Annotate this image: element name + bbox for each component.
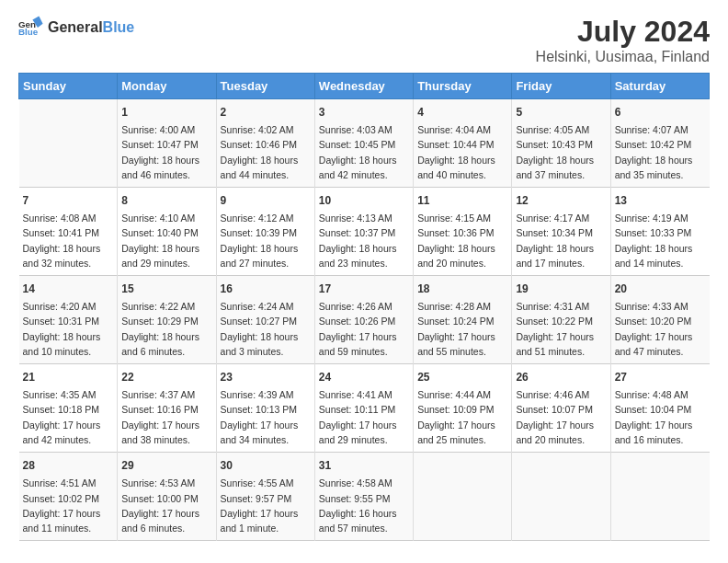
calendar-cell: 10Sunrise: 4:13 AM Sunset: 10:37 PM Dayl… bbox=[314, 188, 413, 276]
calendar-cell: 15Sunrise: 4:22 AM Sunset: 10:29 PM Dayl… bbox=[118, 276, 216, 364]
logo-general-text: General bbox=[48, 19, 103, 35]
day-number: 11 bbox=[417, 192, 507, 209]
day-info: Sunrise: 4:19 AM Sunset: 10:33 PM Daylig… bbox=[615, 211, 706, 270]
calendar-cell: 11Sunrise: 4:15 AM Sunset: 10:36 PM Dayl… bbox=[414, 188, 512, 276]
calendar-cell: 28Sunrise: 4:51 AM Sunset: 10:02 PM Dayl… bbox=[19, 453, 118, 541]
day-info: Sunrise: 4:13 AM Sunset: 10:37 PM Daylig… bbox=[319, 211, 409, 270]
logo-blue-text: Blue bbox=[103, 19, 135, 35]
day-info: Sunrise: 4:51 AM Sunset: 10:02 PM Daylig… bbox=[23, 476, 114, 535]
day-info: Sunrise: 4:03 AM Sunset: 10:45 PM Daylig… bbox=[319, 122, 409, 182]
calendar-cell: 13Sunrise: 4:19 AM Sunset: 10:33 PM Dayl… bbox=[610, 188, 709, 276]
day-number: 22 bbox=[121, 369, 211, 385]
day-info: Sunrise: 4:22 AM Sunset: 10:29 PM Daylig… bbox=[121, 299, 211, 359]
calendar-cell bbox=[610, 453, 709, 541]
day-number: 9 bbox=[221, 192, 311, 209]
calendar-cell: 1Sunrise: 4:00 AM Sunset: 10:47 PM Dayli… bbox=[118, 99, 216, 188]
calendar-cell: 21Sunrise: 4:35 AM Sunset: 10:18 PM Dayl… bbox=[19, 364, 118, 453]
title-area: July 2024 Helsinki, Uusimaa, Finland bbox=[536, 15, 710, 65]
calendar-cell: 6Sunrise: 4:07 AM Sunset: 10:42 PM Dayli… bbox=[610, 99, 709, 188]
svg-text:Blue: Blue bbox=[18, 27, 39, 37]
day-number: 2 bbox=[221, 104, 311, 121]
calendar-cell: 22Sunrise: 4:37 AM Sunset: 10:16 PM Dayl… bbox=[118, 364, 216, 453]
calendar-cell bbox=[19, 99, 118, 188]
day-number: 19 bbox=[516, 281, 606, 297]
day-info: Sunrise: 4:02 AM Sunset: 10:46 PM Daylig… bbox=[221, 122, 311, 182]
day-info: Sunrise: 4:28 AM Sunset: 10:24 PM Daylig… bbox=[417, 299, 507, 359]
day-info: Sunrise: 4:26 AM Sunset: 10:26 PM Daylig… bbox=[319, 299, 409, 359]
day-info: Sunrise: 4:46 AM Sunset: 10:07 PM Daylig… bbox=[516, 387, 606, 447]
day-number: 25 bbox=[417, 369, 507, 385]
day-info: Sunrise: 4:48 AM Sunset: 10:04 PM Daylig… bbox=[615, 387, 706, 447]
day-info: Sunrise: 4:07 AM Sunset: 10:42 PM Daylig… bbox=[615, 122, 706, 182]
day-info: Sunrise: 4:35 AM Sunset: 10:18 PM Daylig… bbox=[23, 387, 114, 447]
day-number: 10 bbox=[319, 192, 409, 209]
calendar-cell: 14Sunrise: 4:20 AM Sunset: 10:31 PM Dayl… bbox=[19, 276, 118, 364]
day-number: 6 bbox=[615, 104, 706, 121]
calendar-cell: 12Sunrise: 4:17 AM Sunset: 10:34 PM Dayl… bbox=[512, 188, 610, 276]
day-info: Sunrise: 4:15 AM Sunset: 10:36 PM Daylig… bbox=[417, 211, 507, 270]
weekday-header-row: SundayMondayTuesdayWednesdayThursdayFrid… bbox=[19, 74, 710, 99]
calendar-cell: 25Sunrise: 4:44 AM Sunset: 10:09 PM Dayl… bbox=[414, 364, 512, 453]
day-number: 18 bbox=[417, 281, 507, 297]
day-info: Sunrise: 4:55 AM Sunset: 9:57 PM Dayligh… bbox=[221, 476, 311, 535]
day-info: Sunrise: 4:04 AM Sunset: 10:44 PM Daylig… bbox=[417, 122, 507, 182]
calendar-cell: 27Sunrise: 4:48 AM Sunset: 10:04 PM Dayl… bbox=[610, 364, 709, 453]
day-number: 13 bbox=[615, 192, 706, 209]
day-number: 16 bbox=[221, 281, 311, 297]
calendar-cell: 30Sunrise: 4:55 AM Sunset: 9:57 PM Dayli… bbox=[216, 453, 314, 541]
day-number: 5 bbox=[516, 104, 606, 121]
calendar-week-row: 1Sunrise: 4:00 AM Sunset: 10:47 PM Dayli… bbox=[19, 99, 710, 188]
weekday-header-saturday: Saturday bbox=[610, 74, 709, 99]
day-info: Sunrise: 4:12 AM Sunset: 10:39 PM Daylig… bbox=[221, 211, 311, 270]
calendar-week-row: 14Sunrise: 4:20 AM Sunset: 10:31 PM Dayl… bbox=[19, 276, 710, 364]
calendar-subtitle: Helsinki, Uusimaa, Finland bbox=[536, 49, 710, 65]
day-number: 14 bbox=[23, 281, 114, 297]
day-number: 28 bbox=[23, 457, 114, 474]
day-number: 30 bbox=[221, 457, 311, 474]
calendar-cell: 18Sunrise: 4:28 AM Sunset: 10:24 PM Dayl… bbox=[414, 276, 512, 364]
calendar-cell: 7Sunrise: 4:08 AM Sunset: 10:41 PM Dayli… bbox=[19, 188, 118, 276]
calendar-cell: 17Sunrise: 4:26 AM Sunset: 10:26 PM Dayl… bbox=[314, 276, 413, 364]
calendar-cell: 5Sunrise: 4:05 AM Sunset: 10:43 PM Dayli… bbox=[512, 99, 610, 188]
day-number: 7 bbox=[23, 192, 114, 209]
day-number: 4 bbox=[417, 104, 507, 121]
logo-icon: Gen Blue bbox=[18, 15, 44, 40]
day-info: Sunrise: 4:10 AM Sunset: 10:40 PM Daylig… bbox=[121, 211, 211, 270]
calendar-cell: 16Sunrise: 4:24 AM Sunset: 10:27 PM Dayl… bbox=[216, 276, 314, 364]
day-number: 17 bbox=[319, 281, 409, 297]
calendar-cell: 23Sunrise: 4:39 AM Sunset: 10:13 PM Dayl… bbox=[216, 364, 314, 453]
calendar-cell: 2Sunrise: 4:02 AM Sunset: 10:46 PM Dayli… bbox=[216, 99, 314, 188]
day-info: Sunrise: 4:37 AM Sunset: 10:16 PM Daylig… bbox=[121, 387, 211, 447]
day-info: Sunrise: 4:17 AM Sunset: 10:34 PM Daylig… bbox=[516, 211, 606, 270]
calendar-cell: 4Sunrise: 4:04 AM Sunset: 10:44 PM Dayli… bbox=[414, 99, 512, 188]
day-info: Sunrise: 4:39 AM Sunset: 10:13 PM Daylig… bbox=[221, 387, 311, 447]
weekday-header-monday: Monday bbox=[118, 74, 216, 99]
calendar-cell bbox=[512, 453, 610, 541]
weekday-header-wednesday: Wednesday bbox=[314, 74, 413, 99]
day-number: 12 bbox=[516, 192, 606, 209]
day-number: 24 bbox=[319, 369, 409, 385]
calendar-week-row: 28Sunrise: 4:51 AM Sunset: 10:02 PM Dayl… bbox=[19, 453, 710, 541]
calendar-week-row: 21Sunrise: 4:35 AM Sunset: 10:18 PM Dayl… bbox=[19, 364, 710, 453]
day-number: 21 bbox=[23, 369, 114, 385]
day-number: 20 bbox=[615, 281, 706, 297]
day-info: Sunrise: 4:33 AM Sunset: 10:20 PM Daylig… bbox=[615, 299, 706, 359]
day-number: 1 bbox=[121, 104, 211, 121]
day-number: 8 bbox=[121, 192, 211, 209]
day-info: Sunrise: 4:58 AM Sunset: 9:55 PM Dayligh… bbox=[319, 476, 409, 535]
calendar-cell: 20Sunrise: 4:33 AM Sunset: 10:20 PM Dayl… bbox=[610, 276, 709, 364]
day-info: Sunrise: 4:00 AM Sunset: 10:47 PM Daylig… bbox=[121, 122, 211, 182]
weekday-header-sunday: Sunday bbox=[19, 74, 118, 99]
day-info: Sunrise: 4:31 AM Sunset: 10:22 PM Daylig… bbox=[516, 299, 606, 359]
day-info: Sunrise: 4:08 AM Sunset: 10:41 PM Daylig… bbox=[23, 211, 114, 270]
day-info: Sunrise: 4:24 AM Sunset: 10:27 PM Daylig… bbox=[221, 299, 311, 359]
calendar-cell: 31Sunrise: 4:58 AM Sunset: 9:55 PM Dayli… bbox=[314, 453, 413, 541]
calendar-cell: 9Sunrise: 4:12 AM Sunset: 10:39 PM Dayli… bbox=[216, 188, 314, 276]
day-number: 15 bbox=[121, 281, 211, 297]
day-number: 23 bbox=[221, 369, 311, 385]
calendar-week-row: 7Sunrise: 4:08 AM Sunset: 10:41 PM Dayli… bbox=[19, 188, 710, 276]
calendar-cell: 26Sunrise: 4:46 AM Sunset: 10:07 PM Dayl… bbox=[512, 364, 610, 453]
page-header: Gen Blue GeneralBlue July 2024 Helsinki,… bbox=[18, 15, 710, 65]
day-number: 27 bbox=[615, 369, 706, 385]
day-number: 29 bbox=[121, 457, 211, 474]
